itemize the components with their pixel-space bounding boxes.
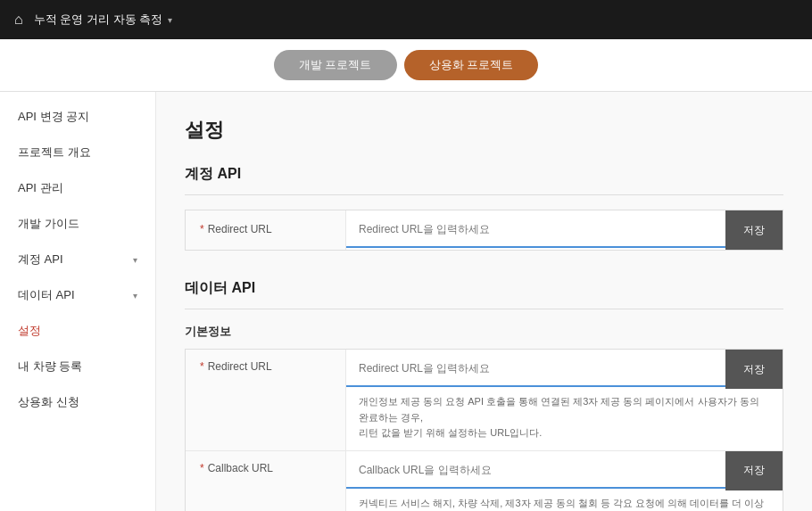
save-button-redirect-account[interactable]: 저장 [725,210,783,250]
label-text: Callback URL [208,462,273,474]
sidebar-item-label: 내 차량 등록 [18,359,82,375]
form-label-redirect-url: * Redirect URL [186,210,346,250]
callback-url-input-data[interactable] [346,453,725,489]
save-button-redirect-data[interactable]: 저장 [725,350,783,389]
section-data-title: 데이터 API [185,279,783,298]
form-label-redirect-url-data: * Redirect URL [186,350,346,450]
sidebar-item-label: 계정 API [18,251,63,268]
section-account-title: 계정 API [185,165,783,184]
sidebar-item-api-notice[interactable]: API 변경 공지 [0,99,155,135]
main-content: 설정 계정 API * Redirect URL 저장 데이터 API 기본정 [156,92,812,511]
home-icon[interactable]: ⌂ [14,12,23,28]
sidebar-item-label: API 관리 [18,180,63,196]
form-field-row: 저장 [346,451,783,490]
top-nav: ⌂ 누적 운영 거리 자동 측정 ▾ [0,0,812,39]
sidebar-item-api-management[interactable]: API 관리 [0,170,155,206]
section-divider [185,194,783,195]
required-marker: * [200,223,204,235]
sidebar-item-dev-guide[interactable]: 개발 가이드 [0,206,155,242]
sidebar-item-label: 상용화 신청 [18,394,79,410]
chevron-down-icon: ▾ [168,15,172,25]
sub-section-title: 기본정보 [185,324,783,340]
required-marker: * [200,462,204,474]
breadcrumb: 누적 운영 거리 자동 측정 ▾ [34,12,172,28]
label-text: Redirect URL [208,360,272,373]
redirect-url-input-account[interactable] [346,212,725,248]
form-field-callback-url-data: 저장 커넥티드 서비스 해지, 차량 삭제, 제3자 제공 동의 철회 등 각요… [346,451,783,511]
sidebar-item-account-api[interactable]: 계정 API ▾ [0,242,155,277]
form-row-redirect-url-account: * Redirect URL 저장 [186,210,783,250]
form-field-row: 저장 [346,350,783,389]
section-divider-data [185,309,783,309]
tab-dev-project[interactable]: 개발 프로젝트 [274,50,397,80]
sidebar-item-label: 설정 [18,323,41,339]
tab-commercial-project[interactable]: 상용화 프로젝트 [404,50,539,80]
sidebar-item-label: 프로젝트 개요 [18,144,91,161]
data-api-form: * Redirect URL 저장 개인정보 제공 동의 요청 API 호출을 … [185,349,783,511]
sidebar-item-project-overview[interactable]: 프로젝트 개요 [0,135,155,170]
redirect-url-input-data[interactable] [346,351,725,387]
account-api-form: * Redirect URL 저장 [185,210,783,251]
sidebar-item-label: 데이터 API [18,287,75,303]
form-desc-callback: 커넥티드 서비스 해지, 차량 삭제, 제3자 제공 동의 철회 등 각요 요청… [346,490,783,511]
layout: API 변경 공지 프로젝트 개요 API 관리 개발 가이드 계정 API ▾… [0,92,812,511]
form-row-redirect-url-data: * Redirect URL 저장 개인정보 제공 동의 요청 API 호출을 … [186,350,783,451]
form-field-redirect-url-account: 저장 [346,210,783,250]
sidebar-item-label: API 변경 공지 [18,109,89,125]
page-title: 설정 [185,117,783,144]
form-field-redirect-url-data: 저장 개인정보 제공 동의 요청 API 호출을 통해 연결된 제3자 제공 동… [346,350,783,450]
sidebar-item-data-api[interactable]: 데이터 API ▾ [0,277,155,313]
label-text: Redirect URL [208,223,272,235]
form-row-callback-url-data: * Callback URL 저장 커넥티드 서비스 해지, 차량 삭제, 제3… [186,451,783,511]
required-marker: * [200,360,204,373]
form-desc-redirect: 개인정보 제공 동의 요청 API 호출을 통해 연결된 제3자 제공 동의 페… [346,389,783,450]
save-button-callback-data[interactable]: 저장 [725,451,783,490]
form-label-callback-url-data: * Callback URL [186,451,346,511]
sidebar-item-label: 개발 가이드 [18,216,79,232]
tab-bar: 개발 프로젝트 상용화 프로젝트 [0,39,812,92]
chevron-down-icon: ▾ [133,255,137,265]
sidebar-item-commercialization[interactable]: 상용화 신청 [0,384,155,420]
form-field-row: 저장 [346,210,783,250]
sidebar-item-vehicle-register[interactable]: 내 차량 등록 [0,349,155,384]
sidebar: API 변경 공지 프로젝트 개요 API 관리 개발 가이드 계정 API ▾… [0,92,156,511]
sidebar-item-settings[interactable]: 설정 [0,313,155,349]
breadcrumb-text: 누적 운영 거리 자동 측정 [34,12,162,28]
chevron-down-icon: ▾ [133,291,137,301]
